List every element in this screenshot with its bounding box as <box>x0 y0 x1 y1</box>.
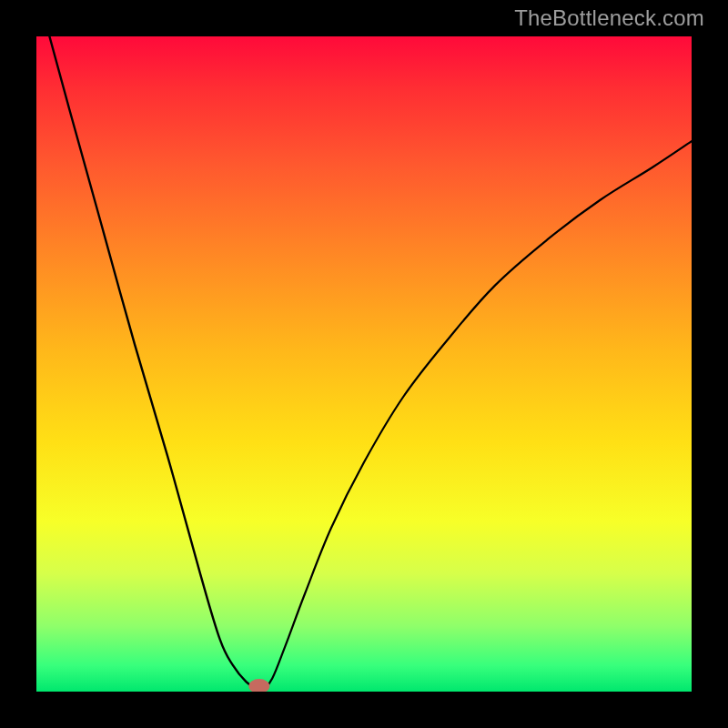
curve-left <box>49 36 262 692</box>
bottleneck-marker <box>248 679 269 692</box>
chart-plot-area <box>36 36 692 692</box>
chart-frame: TheBottleneck.com <box>0 0 728 728</box>
chart-svg <box>36 36 692 692</box>
curve-right <box>262 141 692 692</box>
watermark-label: TheBottleneck.com <box>514 5 704 31</box>
